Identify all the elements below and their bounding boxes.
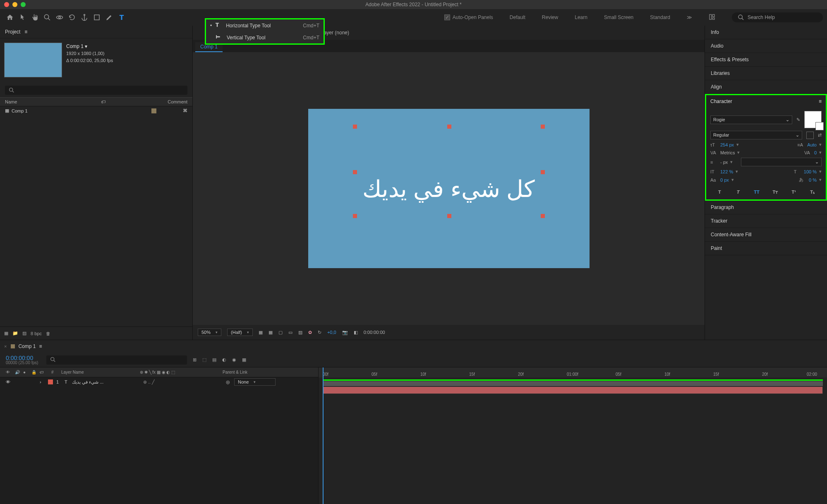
timeline-search-input[interactable] bbox=[46, 355, 187, 365]
folder-icon[interactable]: 📁 bbox=[12, 331, 18, 336]
faux-italic-button[interactable]: T bbox=[733, 188, 743, 196]
info-panel[interactable]: Info bbox=[705, 26, 827, 39]
content-aware-panel[interactable]: Content-Aware Fill bbox=[705, 228, 827, 242]
col-comment[interactable]: Comment bbox=[168, 99, 187, 104]
workspace-overflow-icon[interactable]: ≫ bbox=[687, 14, 692, 20]
layer-duration-bar[interactable] bbox=[323, 386, 823, 394]
workspace-small-screen[interactable]: Small Screen bbox=[604, 14, 633, 20]
effects-panel[interactable]: Effects & Presets bbox=[705, 53, 827, 67]
interpret-icon[interactable]: ▦ bbox=[4, 331, 8, 336]
lock-col-icon[interactable]: 🔒 bbox=[31, 370, 40, 374]
tracker-panel[interactable]: Tracker bbox=[705, 214, 827, 228]
new-comp-icon[interactable]: ▨ bbox=[22, 331, 26, 336]
font-family-select[interactable]: Rogie⌄ bbox=[710, 115, 792, 124]
workspace-learn[interactable]: Learn bbox=[575, 14, 587, 20]
eyedropper-icon[interactable]: ✎ bbox=[796, 117, 800, 122]
layer-visibility-toggle[interactable]: 👁 bbox=[6, 379, 15, 384]
parent-pickwhip-icon[interactable]: ◎ bbox=[226, 379, 234, 385]
stroke-type-select[interactable]: ⌄ bbox=[741, 158, 822, 166]
hand-tool-icon[interactable] bbox=[29, 12, 41, 23]
workspace-default[interactable]: Default bbox=[510, 14, 525, 20]
orbit-tool-icon[interactable] bbox=[54, 12, 65, 23]
timeline-layer-row[interactable]: 👁 › 1 T ... شيء في يديك ⊕ .. ╱ ◎ None bbox=[0, 377, 318, 386]
vscale-value[interactable]: 122 % bbox=[720, 169, 733, 174]
audio-col-icon[interactable]: 🔊 bbox=[15, 370, 23, 374]
resolution-select[interactable]: (Half) bbox=[227, 329, 253, 336]
faux-bold-button[interactable]: T bbox=[714, 188, 724, 196]
comp-thumbnail[interactable] bbox=[4, 43, 62, 77]
playhead[interactable] bbox=[323, 367, 324, 504]
camera-icon[interactable]: ▦ bbox=[259, 330, 263, 335]
window-minimize[interactable] bbox=[12, 2, 17, 7]
tsume-value[interactable]: 0 % bbox=[809, 178, 817, 182]
baseline-value[interactable]: 0 px bbox=[720, 178, 729, 182]
tracking-value[interactable]: 0 bbox=[814, 150, 817, 155]
preview-time[interactable]: 0:00:00:00 bbox=[364, 330, 385, 335]
auto-open-panels-checkbox[interactable]: ✓Auto-Open Panels bbox=[444, 14, 493, 20]
rect-tool-icon[interactable] bbox=[91, 12, 103, 23]
text-layer-content[interactable]: كل شيء في يديك bbox=[362, 175, 535, 202]
pen-tool-icon[interactable] bbox=[103, 12, 115, 23]
project-search-input[interactable] bbox=[5, 86, 187, 95]
swap-colors-icon[interactable]: ⇄ bbox=[818, 132, 822, 138]
timeline-ruler[interactable]: 00f 05f 10f 15f 20f 01:00f 05f 10f 15f 2… bbox=[319, 367, 827, 377]
grid-icon[interactable]: ▦ bbox=[268, 330, 273, 335]
shy-icon[interactable]: ▤ bbox=[212, 357, 216, 362]
frame-blend-icon[interactable]: ◐ bbox=[222, 357, 226, 362]
snapshot-icon[interactable]: 📷 bbox=[342, 330, 348, 335]
bpc-toggle[interactable]: 8 bpc bbox=[31, 331, 42, 336]
color-mgmt-icon[interactable]: ✿ bbox=[308, 330, 312, 335]
window-close[interactable] bbox=[4, 2, 9, 7]
anchor-tool-icon[interactable] bbox=[79, 12, 90, 23]
stroke-value[interactable]: - px bbox=[720, 160, 728, 165]
solo-col-icon[interactable]: ● bbox=[23, 370, 31, 374]
panel-menu-icon[interactable]: ≡ bbox=[24, 29, 27, 35]
composition-canvas[interactable]: كل شيء في يديك bbox=[308, 109, 590, 268]
zoom-tool-icon[interactable] bbox=[41, 12, 53, 23]
reset-exposure-icon[interactable]: ↻ bbox=[318, 330, 321, 335]
home-icon[interactable] bbox=[4, 12, 16, 23]
subscript-button[interactable]: T₁ bbox=[808, 188, 817, 196]
all-caps-button[interactable]: TT bbox=[752, 188, 762, 196]
horizontal-type-tool-item[interactable]: Horizontal Type Tool Cmd+T bbox=[206, 19, 324, 31]
superscript-button[interactable]: T¹ bbox=[789, 188, 799, 196]
paint-panel[interactable]: Paint bbox=[705, 242, 827, 255]
leading-value[interactable]: Auto bbox=[807, 142, 817, 147]
mask-icon[interactable]: ▢ bbox=[278, 330, 283, 335]
font-style-select[interactable]: Regular⌄ bbox=[710, 131, 802, 139]
window-maximize[interactable] bbox=[21, 2, 26, 7]
zoom-select[interactable]: 50% bbox=[198, 329, 221, 336]
timeline-tab-comp1[interactable]: Comp 1 ≡ bbox=[11, 343, 42, 349]
workspace-standard[interactable]: Standard bbox=[650, 14, 670, 20]
font-size-value[interactable]: 254 px bbox=[720, 142, 734, 147]
rotate-tool-icon[interactable] bbox=[66, 12, 78, 23]
col-name[interactable]: Name bbox=[5, 99, 17, 104]
vertical-type-tool-item[interactable]: Vertical Type Tool Cmd+T bbox=[206, 31, 324, 43]
exposure-value[interactable]: +0,0 bbox=[327, 330, 336, 335]
audio-panel[interactable]: Audio bbox=[705, 39, 827, 53]
type-tool-icon[interactable] bbox=[116, 12, 127, 23]
workspace-review[interactable]: Review bbox=[542, 14, 558, 20]
kerning-value[interactable]: Metrics bbox=[720, 150, 735, 155]
layer-twirl-icon[interactable]: › bbox=[40, 379, 48, 384]
panel-menu-icon[interactable]: ≡ bbox=[819, 98, 822, 104]
motion-blur-icon[interactable]: ◉ bbox=[232, 357, 236, 362]
show-snapshot-icon[interactable]: ◧ bbox=[354, 330, 358, 335]
label-col-icon[interactable]: 🏷 bbox=[40, 370, 51, 374]
graph-editor-icon[interactable]: ▦ bbox=[242, 357, 246, 362]
hscale-value[interactable]: 100 % bbox=[804, 169, 817, 174]
comp-flowchart-icon[interactable]: ⊞ bbox=[193, 357, 197, 362]
parent-select[interactable]: None bbox=[234, 378, 276, 386]
draft3d-icon[interactable]: ⬚ bbox=[202, 357, 206, 362]
paragraph-panel[interactable]: Paragraph bbox=[705, 201, 827, 214]
trash-icon[interactable]: 🗑 bbox=[46, 331, 50, 336]
stroke-color-swatch[interactable] bbox=[806, 132, 814, 139]
flowchart-icon[interactable]: ⌘ bbox=[183, 108, 187, 113]
libraries-panel[interactable]: Libraries bbox=[705, 67, 827, 80]
selection-tool-icon[interactable] bbox=[17, 12, 28, 23]
work-area-bar[interactable] bbox=[323, 381, 823, 386]
fill-color-swatch[interactable] bbox=[804, 111, 822, 128]
region-icon[interactable]: ▭ bbox=[288, 330, 292, 335]
eye-col-icon[interactable]: 👁 bbox=[6, 370, 15, 374]
align-panel[interactable]: Align bbox=[705, 80, 827, 94]
